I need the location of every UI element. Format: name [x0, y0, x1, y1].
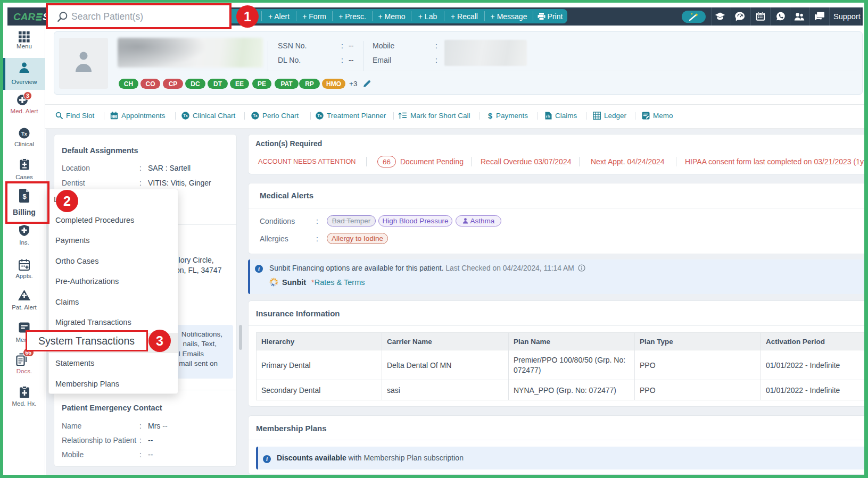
svg-text:Tx: Tx [253, 114, 257, 118]
svg-text:Tx: Tx [317, 114, 321, 118]
svg-text:$: $ [488, 112, 492, 120]
svg-text:Tx: Tx [21, 131, 27, 137]
svg-text:Tx: Tx [183, 114, 187, 118]
